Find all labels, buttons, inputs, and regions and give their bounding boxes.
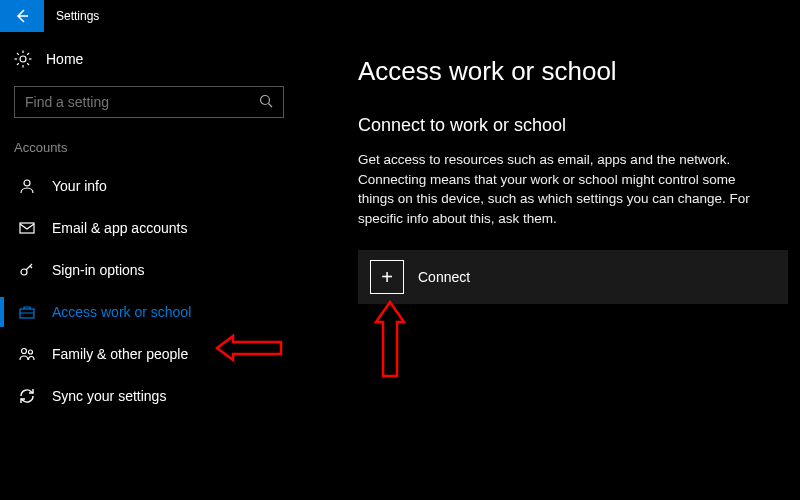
svg-point-11 [24, 180, 30, 186]
main-pane: Access work or school Connect to work or… [298, 32, 800, 500]
sync-icon [18, 387, 36, 405]
sidebar-item-label: Access work or school [52, 304, 191, 320]
people-icon [18, 345, 36, 363]
page-heading: Access work or school [358, 56, 788, 87]
sidebar: Home Accounts Your info Email & app acco… [0, 32, 298, 500]
sidebar-item-label: Your info [52, 178, 107, 194]
person-icon [18, 177, 36, 195]
svg-line-10 [269, 103, 273, 107]
titlebar: Settings [0, 0, 800, 32]
svg-point-15 [22, 349, 27, 354]
mail-icon [18, 219, 36, 237]
home-label: Home [46, 51, 83, 67]
svg-line-5 [17, 53, 19, 55]
plus-icon: + [370, 260, 404, 294]
briefcase-icon [18, 303, 36, 321]
app-title: Settings [44, 9, 99, 23]
sidebar-item-label: Sign-in options [52, 262, 145, 278]
search-icon [259, 94, 273, 111]
connect-label: Connect [418, 269, 470, 285]
svg-line-8 [27, 53, 29, 55]
gear-icon [14, 50, 32, 68]
page-description: Get access to resources such as email, a… [358, 150, 768, 228]
svg-line-6 [27, 63, 29, 65]
sidebar-item-email[interactable]: Email & app accounts [0, 207, 298, 249]
sidebar-item-label: Family & other people [52, 346, 188, 362]
svg-line-7 [17, 63, 19, 65]
svg-point-16 [29, 350, 33, 354]
home-nav[interactable]: Home [0, 40, 298, 78]
search-box[interactable] [14, 86, 284, 118]
sidebar-item-family[interactable]: Family & other people [0, 333, 298, 375]
page-subheading: Connect to work or school [358, 115, 788, 136]
key-icon [18, 261, 36, 279]
svg-point-9 [261, 95, 270, 104]
sidebar-item-sync[interactable]: Sync your settings [0, 375, 298, 417]
back-button[interactable] [0, 0, 44, 32]
sidebar-item-label: Sync your settings [52, 388, 166, 404]
sidebar-item-label: Email & app accounts [52, 220, 187, 236]
sidebar-item-access-work[interactable]: Access work or school [0, 291, 298, 333]
svg-rect-12 [20, 223, 34, 233]
back-arrow-icon [14, 8, 30, 24]
sidebar-item-your-info[interactable]: Your info [0, 165, 298, 207]
search-input[interactable] [25, 94, 259, 110]
svg-point-0 [20, 56, 26, 62]
section-label: Accounts [0, 134, 298, 165]
connect-button[interactable]: + Connect [358, 250, 788, 304]
sidebar-item-signin[interactable]: Sign-in options [0, 249, 298, 291]
